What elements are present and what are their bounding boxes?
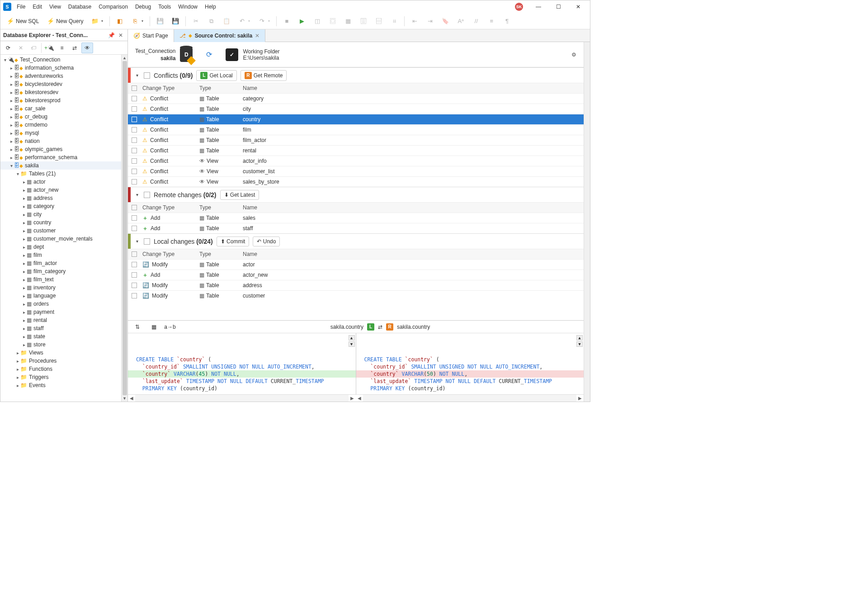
tree-node[interactable]: ▸▦customer_movie_rentals xyxy=(0,235,121,243)
row-checkbox[interactable] xyxy=(132,283,137,288)
new-sql-button[interactable]: ⚡New SQL xyxy=(4,16,42,26)
tree-node[interactable]: ▸▦customer xyxy=(0,227,121,235)
scroll-right-2[interactable]: ▶ xyxy=(576,395,584,402)
open-button[interactable]: 📁▾ xyxy=(89,16,106,26)
row-checkbox[interactable] xyxy=(132,106,137,112)
change-row[interactable]: ⚠ Conflict👁 Viewactor_info xyxy=(128,156,584,166)
section-checkbox[interactable] xyxy=(144,192,150,198)
change-row[interactable]: ⚠ Conflict▦ Tablecategory xyxy=(128,93,584,104)
change-row[interactable]: ＋ Add▦ Tableactor_new xyxy=(128,270,584,280)
change-row[interactable]: ⚠ Conflict▦ Tablefilm xyxy=(128,124,584,135)
menu-edit[interactable]: Edit xyxy=(29,2,46,12)
tree-node[interactable]: ▸🗄 ◆crmdemo xyxy=(0,121,121,129)
tree-node[interactable]: ▾🗄 ◆sakila xyxy=(0,161,121,170)
minimize-button[interactable]: — xyxy=(529,1,547,12)
menu-comparison[interactable]: Comparison xyxy=(95,2,132,12)
tree-node[interactable]: ▸▦language xyxy=(0,292,121,300)
tree-node[interactable]: ▸▦payment xyxy=(0,308,121,316)
diff-hscroll-right[interactable] xyxy=(363,395,576,402)
get-local-button[interactable]: L Get Local xyxy=(196,70,236,81)
filter-button[interactable]: ≡ xyxy=(56,43,68,53)
menu-database[interactable]: Database xyxy=(65,2,95,12)
tree-node[interactable]: ▸▦film_category xyxy=(0,267,121,275)
tree-node[interactable]: ▸▦state xyxy=(0,332,121,341)
row-checkbox[interactable] xyxy=(132,148,137,153)
tree-node[interactable]: ▸📁Triggers xyxy=(0,373,121,381)
row-checkbox[interactable] xyxy=(132,117,137,122)
tree-node[interactable]: ▸▦actor_new xyxy=(0,186,121,194)
tree-node[interactable]: ▸▦rental xyxy=(0,316,121,324)
explorer-scrollbar[interactable]: ▲ ▼ xyxy=(121,55,127,402)
get-remote-button[interactable]: R Get Remote xyxy=(241,70,287,81)
row-checkbox[interactable] xyxy=(132,215,137,221)
menu-file[interactable]: File xyxy=(13,2,29,12)
change-row[interactable]: ⚠ Conflict👁 Viewsales_by_store xyxy=(128,176,584,187)
save-all-button[interactable]: 💾 xyxy=(169,16,182,26)
change-row[interactable]: ⚠ Conflict▦ Tablerental xyxy=(128,145,584,156)
tree-node[interactable]: ▸🗄 ◆performance_schema xyxy=(0,153,121,161)
close-button[interactable]: ✕ xyxy=(569,1,587,12)
row-checkbox[interactable] xyxy=(132,226,137,231)
tree-node[interactable]: ▸▦country xyxy=(0,218,121,227)
section-checkbox[interactable] xyxy=(144,238,150,245)
database-tree[interactable]: ▾🔌 ◆Test_Connection▸🗄 ◆information_schem… xyxy=(0,55,121,402)
tree-node[interactable]: ▸▦orders xyxy=(0,300,121,308)
tab-close-icon[interactable]: ✕ xyxy=(255,33,259,39)
scroll-left-2[interactable]: ◀ xyxy=(356,395,363,402)
tree-node[interactable]: ▸▦actor xyxy=(0,178,121,186)
diff-right-pane[interactable]: ▲▼ CREATE TABLE `country` ( `country_id`… xyxy=(356,333,584,394)
maximize-button[interactable]: ☐ xyxy=(549,1,567,12)
row-checkbox[interactable] xyxy=(132,272,137,278)
tree-node[interactable]: ▾📁Tables (21) xyxy=(0,170,121,178)
diff-btn-3[interactable]: a→b xyxy=(164,322,176,332)
commit-button[interactable]: ⬆ Commit xyxy=(217,237,250,246)
change-row[interactable]: ⚠ Conflict▦ Tablecountry xyxy=(128,114,584,124)
menu-window[interactable]: Window xyxy=(175,2,201,12)
prev-diff-button[interactable]: ▲ xyxy=(349,335,355,341)
prev-diff-button-r[interactable]: ▲ xyxy=(576,335,583,341)
tree-node[interactable]: ▸▦inventory xyxy=(0,284,121,292)
menu-help[interactable]: Help xyxy=(201,2,220,12)
next-diff-button-r[interactable]: ▼ xyxy=(576,341,583,347)
tree-node[interactable]: ▸▦film_actor xyxy=(0,259,121,267)
script-button[interactable]: ⎘▾ xyxy=(129,16,146,26)
diagram-button[interactable]: ◧ xyxy=(113,16,126,26)
section-checkbox[interactable] xyxy=(144,72,150,79)
select-all-checkbox[interactable] xyxy=(132,251,137,257)
tree-node[interactable]: ▸▦dept xyxy=(0,243,121,251)
tree-node[interactable]: ▸▦staff xyxy=(0,324,121,332)
new-connection-button[interactable]: +🔌 xyxy=(43,43,55,53)
row-checkbox[interactable] xyxy=(132,262,137,267)
tree-node[interactable]: ▸▦film xyxy=(0,251,121,259)
tree-node[interactable]: ▸🗄 ◆bikestoresdev xyxy=(0,88,121,96)
section-toggle[interactable]: ▾ xyxy=(134,192,140,197)
tree-node[interactable]: ▸🗄 ◆adventureworks xyxy=(0,72,121,80)
change-row[interactable]: 🔄 Modify▦ Tablecustomer xyxy=(128,290,584,301)
section-toggle[interactable]: ▾ xyxy=(134,239,140,244)
tree-node[interactable]: ▸🗄 ◆olympic_games xyxy=(0,145,121,153)
menu-debug[interactable]: Debug xyxy=(132,2,155,12)
tree-node[interactable]: ▸🗄 ◆mysql xyxy=(0,129,121,137)
tree-node[interactable]: ▸▦store xyxy=(0,341,121,349)
tree-node[interactable]: ▸🗄 ◆bikestoresprod xyxy=(0,96,121,104)
run-button[interactable]: ▶ xyxy=(296,16,308,26)
tree-node[interactable]: ▸🗄 ◆car_sale xyxy=(0,104,121,113)
next-diff-button[interactable]: ▼ xyxy=(349,341,355,347)
tree-node[interactable]: ▸🗄 ◆information_schema xyxy=(0,64,121,72)
toggle-button[interactable]: ⇄ xyxy=(69,43,80,53)
section-toggle[interactable]: ▾ xyxy=(134,73,140,78)
tree-node[interactable]: ▸🗄 ◆nation xyxy=(0,137,121,145)
refresh-button[interactable]: ⟳ xyxy=(2,43,14,53)
view-mode-button[interactable]: 👁 xyxy=(81,43,93,53)
content-scrollbar[interactable] xyxy=(584,42,590,402)
settings-button[interactable]: ⚙ xyxy=(571,52,576,58)
user-avatar[interactable]: SK xyxy=(515,3,523,11)
change-row[interactable]: 🔄 Modify▦ Tableactor xyxy=(128,259,584,270)
new-query-button[interactable]: ⚡New Query xyxy=(44,16,86,26)
scroll-left[interactable]: ◀ xyxy=(128,395,135,402)
pin-icon[interactable]: 📌 xyxy=(106,32,117,38)
explorer-close-button[interactable]: ✕ xyxy=(117,32,125,38)
change-row[interactable]: ⚠ Conflict👁 Viewcustomer_list xyxy=(128,166,584,176)
tab-start-page[interactable]: 🧭 Start Page xyxy=(128,29,174,42)
tree-node[interactable]: ▸▦category xyxy=(0,202,121,210)
